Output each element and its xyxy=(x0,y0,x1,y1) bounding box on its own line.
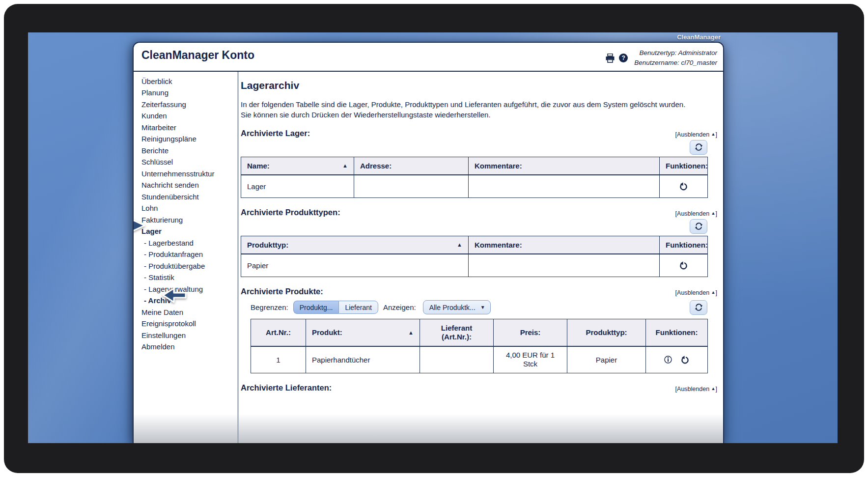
sidebar-item-stundenuebersicht[interactable]: Stundenübersicht xyxy=(141,191,238,203)
header-right: ? Benutzertyp: Administrator Benutzernam… xyxy=(605,48,717,68)
col-header-preis: Preis: xyxy=(494,319,567,346)
col-header-adresse: Adresse: xyxy=(354,157,469,175)
monitor-bezel: CleanManager CleanManager Konto ? xyxy=(4,4,864,473)
sidebar-item-mitarbeiter[interactable]: Mitarbeiter xyxy=(141,122,238,134)
help-icon[interactable]: ? xyxy=(619,54,628,62)
collapse-arrow-icon: ▲ xyxy=(711,132,716,137)
sidebar-item-zeiterfassung[interactable]: Zeiterfassung xyxy=(141,99,238,111)
sidebar-item-berichte[interactable]: Berichte xyxy=(141,145,238,157)
cell-preis: 4,00 EUR für 1 Stck xyxy=(494,346,567,373)
sidebar-item-schluessel[interactable]: Schlüssel xyxy=(141,156,238,168)
sidebar-item-meine-daten[interactable]: Meine Daten xyxy=(141,307,238,318)
restore-icon[interactable] xyxy=(680,355,690,365)
col-header-funktionen: Funktionen: xyxy=(660,236,708,254)
collapse-arrow-icon: ▲ xyxy=(711,386,716,391)
archived-produkttypen-table: Produkttyp:▲ Kommentare: Funktionen: Pap… xyxy=(241,236,708,277)
user-info: Benutzertyp: Administrator Benutzername:… xyxy=(634,48,717,68)
produktgruppe-toggle-button[interactable]: Produktg... xyxy=(293,301,339,314)
sidebar-item-planung[interactable]: Planung xyxy=(141,87,238,99)
refresh-icon xyxy=(695,222,703,230)
sidebar-item-statistik[interactable]: - Statistik xyxy=(141,272,238,283)
sidebar-item-abmelden[interactable]: Abmelden xyxy=(141,341,238,353)
col-header-kommentare: Kommentare: xyxy=(469,236,660,254)
sidebar-item-ueberblick[interactable]: Überblick xyxy=(141,76,238,87)
cell-funktionen xyxy=(646,346,708,373)
hide-link-produkte[interactable]: [Ausblenden ▲] xyxy=(675,289,717,296)
hide-link-produkttypen[interactable]: [Ausblenden ▲] xyxy=(675,210,717,217)
section-head-produkte: Archivierte Produkte: [Ausblenden ▲] xyxy=(241,287,717,296)
print-icon[interactable] xyxy=(605,54,615,63)
user-name: Benutzername: cl70_master xyxy=(634,58,717,68)
cell-produkttyp: Papier xyxy=(567,346,646,373)
archived-lager-table: Name:▲ Adresse: Kommentare: Funktionen: … xyxy=(241,157,708,198)
sort-asc-icon: ▲ xyxy=(342,163,348,168)
description-line2: Sie können sie durch Drücken der Wiederh… xyxy=(241,110,717,120)
window-header: CleanManager Konto ? Benutzertyp: Admini… xyxy=(134,43,723,72)
table-row: 1 Papierhandtücher 4,00 EUR für 1 Stck P… xyxy=(251,346,708,373)
col-header-produkt[interactable]: Produkt:▲ xyxy=(306,319,420,346)
sort-asc-icon: ▲ xyxy=(457,242,462,248)
refresh-lager-button[interactable] xyxy=(690,140,707,155)
section-head-lieferanten: Archivierte Lieferanten: [Ausblenden ▲] xyxy=(241,383,717,393)
sidebar-nav: Überblick Planung Zeiterfassung Kunden M… xyxy=(134,72,238,444)
sidebar-item-nachricht-senden[interactable]: Nachricht senden xyxy=(141,179,238,191)
sidebar-item-unternehmensstruktur[interactable]: Unternehmensstruktur xyxy=(141,168,238,180)
sidebar-item-produktuebergabe[interactable]: - Produktübergabe xyxy=(141,260,238,272)
col-header-produkttyp[interactable]: Produkttyp:▲ xyxy=(241,236,469,254)
cell-name: Lager xyxy=(241,175,354,198)
annotation-arrow-archiv-icon xyxy=(161,287,188,304)
sidebar-item-kunden[interactable]: Kunden xyxy=(141,110,238,122)
col-header-funktionen: Funktionen: xyxy=(646,319,708,346)
col-header-produkttyp: Produkttyp: xyxy=(567,319,646,346)
col-header-funktionen: Funktionen: xyxy=(660,157,708,175)
archived-produkte-table: Art.Nr.: Produkt:▲ Lieferant(Art.Nr.): P… xyxy=(251,319,708,374)
section-head-lager: Archivierte Lager: [Ausblenden ▲] xyxy=(241,129,717,138)
restore-icon[interactable] xyxy=(678,181,689,192)
section-title-produkte: Archivierte Produkte: xyxy=(241,287,323,296)
hide-link-lieferanten[interactable]: [Ausblenden ▲] xyxy=(675,386,717,393)
refresh-produkte-button[interactable] xyxy=(690,300,707,315)
produktkategorie-select[interactable]: Alle Produktk... ▼ xyxy=(423,300,491,314)
lieferant-toggle-button[interactable]: Lieferant xyxy=(338,301,378,314)
section-title-lieferanten: Archivierte Lieferanten: xyxy=(241,383,332,393)
sidebar-item-lager[interactable]: Lager xyxy=(141,225,238,237)
user-type: Benutzertyp: Administrator xyxy=(634,48,717,58)
produkte-block: Begrenzen: Produktg... Lieferant Anzeige… xyxy=(251,300,707,374)
cell-funktionen xyxy=(660,254,708,277)
sidebar-item-lagerverwaltung[interactable]: - Lagerverwaltung xyxy=(141,283,238,295)
refresh-row-produkttypen xyxy=(241,219,707,234)
sidebar-item-lagerbestand[interactable]: - Lagerbestand xyxy=(141,237,238,249)
header-icons: ? xyxy=(605,54,628,63)
sidebar-item-archiv[interactable]: - Archiv xyxy=(141,295,238,307)
sidebar-item-produktanfragen[interactable]: - Produktanfragen xyxy=(141,249,238,260)
refresh-produkttypen-button[interactable] xyxy=(690,219,707,234)
collapse-arrow-icon: ▲ xyxy=(711,290,716,295)
main-content: Lagerarchiv In der folgenden Tabelle sin… xyxy=(238,72,723,444)
refresh-row-lager xyxy=(241,140,707,155)
description-text: In der folgenden Tabelle sind die Lager,… xyxy=(241,99,717,120)
sidebar-item-einstellungen[interactable]: Einstellungen xyxy=(141,330,238,341)
sidebar-item-reinigungsplaene[interactable]: Reinigungspläne xyxy=(141,133,238,145)
produkte-filter-row: Begrenzen: Produktg... Lieferant Anzeige… xyxy=(251,300,707,315)
cell-produkttyp: Papier xyxy=(241,254,469,277)
section-title-lager: Archivierte Lager: xyxy=(241,129,310,138)
cell-adresse xyxy=(354,175,469,198)
hide-link-lager[interactable]: [Ausblenden ▲] xyxy=(675,131,717,138)
sort-asc-icon: ▲ xyxy=(408,330,414,336)
refresh-icon xyxy=(695,143,703,151)
info-icon[interactable] xyxy=(663,355,673,365)
cell-funktionen xyxy=(660,175,708,198)
annotation-arrow-lager-icon xyxy=(133,216,146,235)
sidebar-item-fakturierung[interactable]: Fakturierung xyxy=(141,214,238,226)
col-header-name[interactable]: Name:▲ xyxy=(241,157,354,175)
section-title-produkttypen: Archivierte Produkttypen: xyxy=(241,208,340,217)
cell-kommentare xyxy=(469,254,660,277)
page-title: CleanManager Konto xyxy=(141,49,254,62)
description-line1: In der folgenden Tabelle sind die Lager,… xyxy=(241,99,717,110)
table-row: Lager xyxy=(241,175,708,198)
sidebar-item-lohn[interactable]: Lohn xyxy=(141,202,238,214)
sidebar-item-ereignisprotokoll[interactable]: Ereignisprotokoll xyxy=(141,318,238,330)
window-body: Überblick Planung Zeiterfassung Kunden M… xyxy=(134,72,723,444)
restore-icon[interactable] xyxy=(678,260,689,271)
limit-toggle-group: Produktg... Lieferant xyxy=(293,301,378,314)
